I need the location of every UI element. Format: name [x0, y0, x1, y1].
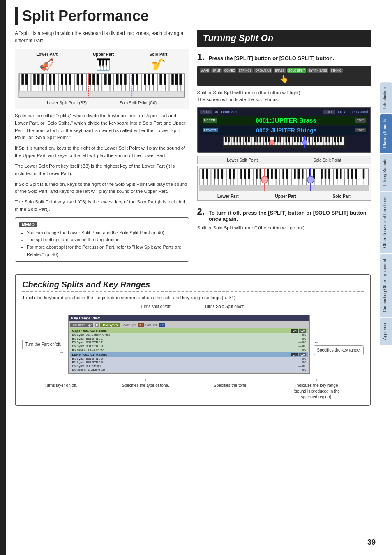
svg-rect-50	[53, 74, 55, 85]
tab-other-functions[interactable]: Other Convenient Functions	[380, 192, 392, 253]
hand-indicator: 👆	[200, 74, 369, 83]
svg-rect-188	[330, 169, 333, 185]
svg-rect-207	[248, 169, 249, 179]
svg-rect-72	[175, 74, 178, 85]
upper-value: 0001:JUPITER Brass	[256, 117, 316, 124]
upper-row: UPPER 0001:JUPITER Brass EDIT	[200, 116, 369, 125]
solo-split-point-label: Solo Split Point	[314, 158, 341, 162]
right-arrow: ←	[314, 340, 319, 345]
svg-rect-142	[317, 137, 318, 142]
kr-l-r2-type: BN Synth	[72, 361, 84, 364]
tab-introduction[interactable]: Introduction	[380, 82, 392, 113]
svg-rect-8	[43, 74, 47, 91]
solo-split-btn[interactable]: SOLO SPLIT	[287, 68, 307, 73]
svg-rect-132	[277, 137, 278, 142]
svg-rect-129	[265, 137, 267, 142]
page-left-bar	[0, 0, 6, 555]
bottom-annot-2-arrow: ↑	[122, 377, 169, 383]
memo-box: MEMO You can change the Lower Split Poin…	[15, 217, 189, 262]
kr-lower-range-lo: C<	[291, 353, 297, 356]
kr-upper-name: 01: Resets	[90, 329, 107, 333]
kr-u-r5-tone: BB1:SYN 0.4	[88, 348, 104, 351]
svg-rect-128	[259, 137, 261, 142]
svg-rect-215	[294, 169, 295, 179]
edit-btn[interactable]: EDIT	[355, 118, 366, 123]
kr-u-r2-tone: BB1:SYN 0.1	[86, 337, 103, 340]
svg-rect-146	[334, 137, 336, 142]
svg-point-232	[307, 176, 314, 183]
svg-rect-66	[144, 74, 146, 85]
svg-point-231	[261, 176, 268, 183]
edit-btn-2[interactable]: EDIT	[355, 128, 366, 132]
svg-rect-143	[320, 137, 321, 142]
kr-l-r4-range: — 0.0	[299, 368, 307, 371]
dummy-btn-7: SYNTH BASS	[307, 68, 328, 73]
dummy-btn-8: ETHNIC	[330, 68, 343, 73]
kr-l-r4-type: BN Resets	[72, 368, 85, 371]
right-nav-tabs: Introduction Playing Sounds Editing Soun…	[380, 82, 392, 345]
step-2-title: To turn it off, press the [SPLIT] button…	[209, 210, 371, 222]
upper-part-label: Upper Part 🎹	[93, 52, 114, 71]
kr-btn-1[interactable]: ▶	[95, 323, 99, 327]
right-annotation-text: Specifies the key range.	[317, 348, 361, 352]
split-point-labels: Lower Split Point Solo Split Point	[197, 156, 371, 164]
svg-rect-137	[297, 137, 298, 142]
svg-rect-206	[244, 169, 246, 179]
kr-l-r3-type: BN Synth	[72, 365, 84, 368]
tab-connecting[interactable]: Connecting Other Equipment	[380, 254, 392, 317]
step-1-content: Split or Solo Split will turn on (the bu…	[197, 89, 371, 104]
kr-u-r5-type: BN Resets	[72, 348, 85, 351]
tab-appendix[interactable]: Appendix	[380, 318, 392, 345]
svg-rect-57	[92, 74, 95, 85]
svg-rect-11	[55, 74, 59, 91]
top-annot-2-text: Turns Solo Split on/off.	[204, 304, 246, 309]
svg-rect-119	[225, 137, 226, 142]
kr-l-r2-range: — 0.0	[299, 361, 307, 364]
svg-rect-63	[124, 74, 126, 85]
svg-rect-133	[279, 137, 281, 142]
kr-lower-range-hi: 0.0	[299, 353, 306, 356]
kr-u-r4-tone: BB1:SYN 0.3	[86, 345, 103, 347]
kr-u-r2-range: — 0.0	[299, 337, 307, 340]
svg-rect-209	[259, 169, 261, 179]
svg-rect-198	[202, 169, 204, 179]
bottom-section: Checking Splits and Key Ranges Touch the…	[15, 274, 371, 406]
screen-top-labels: PERC 001:Drum Set SOLO 001:Concert Grand	[200, 110, 369, 114]
bottom-annot-4-text: Indicates the key range (sound is produc…	[292, 383, 341, 400]
svg-rect-203	[229, 169, 231, 179]
left-annotation-box: Turn the Part on/off.	[22, 340, 64, 349]
svg-rect-125	[248, 137, 249, 142]
step-2-content: Split or Solo Split will turn off (the b…	[197, 224, 371, 231]
kr-upper-range-hi: 0.0	[299, 329, 306, 333]
kr-upper-row-1: BN Synth 001:Concert Grand — 0.0	[70, 333, 308, 337]
solo-value: 001:Concert Grand	[337, 110, 368, 114]
kr-u-r2-type: BN Synth	[72, 337, 84, 340]
svg-rect-32	[138, 74, 141, 91]
screen-keyboard-svg	[200, 136, 369, 148]
bottom-annot-1: ↑ Turns layer on/off.	[44, 377, 77, 400]
left-arrow: →	[59, 349, 64, 355]
bottom-annotations: ↑ Turns layer on/off. ↑ Specifies the ty…	[22, 377, 364, 400]
svg-rect-217	[302, 169, 303, 179]
page-number: 39	[367, 538, 376, 547]
kr-lower-split-val: B3	[138, 323, 144, 327]
kr-upper-range-badge: C< 0.0	[291, 329, 306, 333]
svg-rect-54	[77, 74, 79, 85]
svg-rect-49	[49, 74, 51, 85]
tab-playing-sounds[interactable]: Playing Sounds	[380, 114, 392, 153]
svg-rect-25	[110, 74, 114, 91]
svg-rect-147	[337, 137, 339, 142]
right-annotation-wrapper: ← Specifies the key range.	[314, 315, 364, 355]
svg-rect-148	[340, 137, 341, 142]
tab-editing-sounds[interactable]: Editing Sounds	[380, 154, 392, 191]
memo-item-3: For more about split for the Percussion …	[27, 244, 184, 258]
svg-rect-224	[340, 169, 341, 179]
lower-part-bottom: Lower Part	[217, 194, 239, 199]
screen-display-mock: PERC 001:Drum Set SOLO 001:Concert Grand…	[197, 107, 371, 153]
svg-rect-36	[154, 74, 157, 91]
bottom-annot-1-text: Turns layer on/off.	[44, 383, 77, 388]
bottom-annot-2: ↑ Specifies the type of tone.	[122, 377, 169, 400]
keyboard-split-labels: Lower Split Point (B3) Solo Split Point …	[18, 101, 185, 105]
svg-rect-156	[207, 169, 210, 185]
right-column: Turning Split On 1. Press the [SPLIT] bu…	[197, 30, 371, 266]
